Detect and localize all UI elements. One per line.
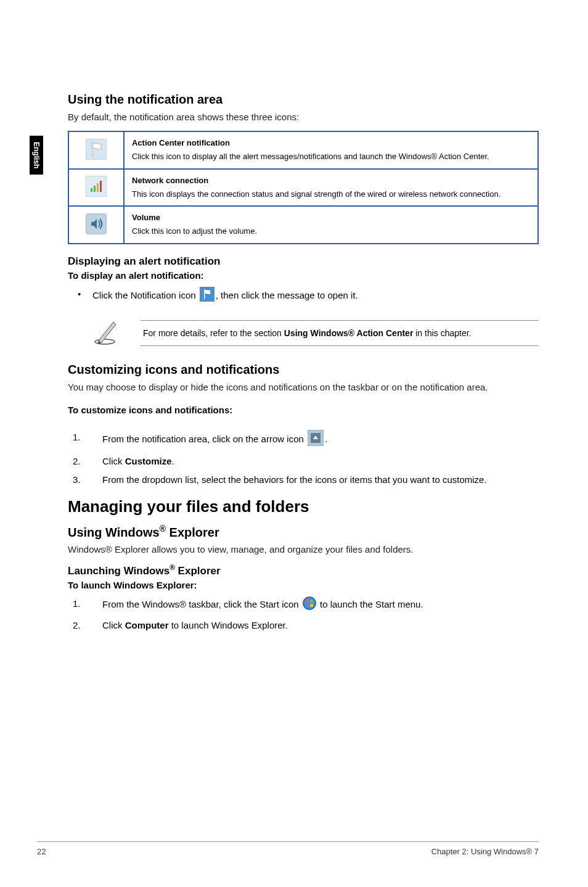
pencil-icon: [92, 317, 122, 349]
launch2-pre: Click: [102, 620, 125, 630]
intro-notification-area: By default, the notification area shows …: [68, 110, 539, 123]
bold-customize: To customize icons and notifications:: [68, 405, 539, 415]
svg-rect-15: [306, 600, 309, 603]
svg-rect-0: [86, 139, 107, 160]
note-text: For more details, refer to the section U…: [141, 320, 539, 346]
step1-pre: From the notification area, click on the…: [102, 434, 306, 444]
note-bold: Using Windows® Action Center: [284, 328, 414, 338]
step-start-icon: From the Windows® taskbar, click the Sta…: [68, 596, 539, 614]
svg-rect-18: [310, 604, 313, 607]
step-click-customize: Click Customize.: [68, 454, 539, 469]
desc-volume: Click this icon to adjust the volume.: [132, 226, 257, 236]
step2-bold: Customize: [125, 456, 172, 466]
svg-point-14: [304, 598, 315, 609]
chapter-label: Chapter 2: Using Windows® 7: [431, 847, 539, 856]
page-number: 22: [37, 847, 46, 856]
title-network: Network connection: [132, 176, 530, 185]
volume-icon: [86, 213, 107, 234]
windows-start-icon: [303, 596, 316, 614]
svg-rect-6: [100, 181, 102, 192]
svg-rect-17: [306, 604, 309, 607]
svg-rect-1: [92, 142, 93, 156]
svg-rect-16: [310, 600, 313, 603]
bullet-post: , then click the message to open it.: [216, 290, 358, 300]
bold-launch-explorer: To launch Windows Explorer:: [68, 580, 539, 590]
svg-rect-2: [86, 176, 107, 197]
desc-network: This icon displays the connection status…: [132, 189, 500, 199]
page-footer: 22 Chapter 2: Using Windows® 7: [37, 841, 539, 856]
note-post: in this chapter.: [413, 328, 471, 338]
intro-customizing: You may choose to display or hide the ic…: [68, 381, 539, 394]
cell-flag-icon: [68, 131, 124, 169]
svg-rect-8: [200, 287, 214, 302]
step3-text: From the dropdown list, select the behav…: [102, 474, 487, 485]
flag-icon: [86, 139, 107, 160]
bullet-item-notification: Click the Notification icon , then click…: [92, 287, 539, 306]
step2-pre: Click: [102, 456, 125, 466]
title-action-center: Action Center notification: [132, 138, 530, 147]
step-arrow-icon: From the notification area, click on the…: [68, 430, 539, 450]
heading-customizing: Customizing icons and notifications: [68, 363, 539, 377]
svg-rect-9: [204, 289, 205, 299]
flag-icon-inline: [200, 287, 214, 306]
numlist-customize: From the notification area, click on the…: [68, 430, 539, 487]
launch1-pre: From the Windows® taskbar, click the Sta…: [102, 599, 301, 609]
title-volume: Volume: [132, 213, 530, 222]
heading-launching-explorer: Launching Windows® Explorer: [68, 563, 539, 577]
notification-icons-table: Action Center notification Click this ic…: [68, 131, 539, 244]
heading-windows-explorer: Using Windows® Explorer: [68, 524, 539, 540]
step2-post: .: [172, 456, 174, 466]
note-box: For more details, refer to the section U…: [92, 317, 539, 349]
heading-display-alert: Displaying an alert notification: [68, 255, 539, 268]
cell-volume-icon: [68, 206, 124, 244]
network-icon: [86, 176, 107, 197]
cell-network-desc: Network connection This icon displays th…: [124, 169, 538, 207]
step-dropdown: From the dropdown list, select the behav…: [68, 472, 539, 487]
numlist-launch: From the Windows® taskbar, click the Sta…: [68, 596, 539, 633]
step1-post: .: [325, 434, 327, 444]
page-content: Using the notification area By default, …: [0, 0, 588, 679]
intro-explorer: Windows® Explorer allows you to view, ma…: [68, 543, 539, 556]
launch2-bold: Computer: [125, 620, 169, 630]
bold-display-alert: To display an alert notification:: [68, 270, 539, 281]
desc-action-center: Click this icon to display all the alert…: [132, 152, 489, 161]
launch2-post: to launch Windows Explorer.: [169, 620, 288, 630]
svg-rect-3: [91, 188, 92, 192]
launch1-post: to launch the Start menu.: [317, 599, 423, 609]
sidebar-lang-tab: English: [30, 136, 43, 175]
cell-flag-desc: Action Center notification Click this ic…: [124, 131, 538, 169]
note-pre: For more details, refer to the section: [143, 328, 284, 338]
heading-notification-area: Using the notification area: [68, 93, 539, 107]
cell-network-icon: [68, 169, 124, 207]
svg-rect-4: [94, 186, 96, 192]
heading-managing-files: Managing your files and folders: [68, 497, 539, 516]
cell-volume-desc: Volume Click this icon to adjust the vol…: [124, 206, 538, 244]
bullet-pre: Click the Notification icon: [92, 290, 198, 300]
bullet-list-alert: Click the Notification icon , then click…: [68, 287, 539, 306]
arrow-up-icon: [308, 430, 324, 450]
step-click-computer: Click Computer to launch Windows Explore…: [68, 618, 539, 633]
svg-rect-5: [97, 183, 99, 192]
